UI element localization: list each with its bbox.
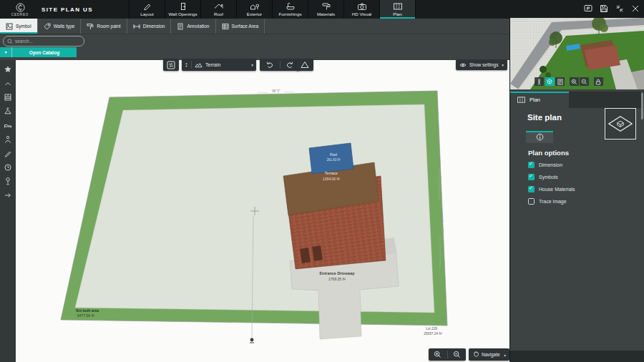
- checkbox-checked[interactable]: [528, 162, 535, 168]
- swap-icon: [167, 61, 175, 69]
- option-house-materials[interactable]: House Materials: [528, 186, 575, 192]
- preview-zoom-in-button[interactable]: [570, 77, 579, 86]
- preview-zoom-out-button[interactable]: [580, 77, 589, 86]
- zoom-in-button[interactable]: [429, 348, 447, 361]
- navigate-button[interactable]: Navigate ▴: [469, 348, 509, 361]
- dresser-icon[interactable]: [4, 93, 12, 102]
- checkbox-checked[interactable]: [528, 186, 535, 192]
- roof-icon: [214, 2, 224, 11]
- terrace-label: Terrace: [325, 171, 338, 175]
- north-indicator-button[interactable]: [296, 59, 313, 71]
- panel-title: Site plan: [527, 113, 562, 122]
- floor-selector[interactable]: ▴▾ Terrain ▾: [182, 59, 256, 71]
- cedreo-logo: CEDREO: [4, 1, 36, 18]
- star-icon[interactable]: [4, 65, 12, 74]
- blueprint-icon: [517, 96, 526, 104]
- tool-tab-surface-area[interactable]: Surface Area: [216, 19, 265, 34]
- tab-wall-openings[interactable]: Wall Openings: [165, 0, 201, 19]
- lock-view-button[interactable]: [594, 77, 603, 86]
- not-built-area-label: 6477.56 ft²: [77, 313, 94, 318]
- floor-selector-value: Terrain: [203, 62, 248, 67]
- plan-style-button[interactable]: [605, 108, 636, 140]
- show-settings-button[interactable]: Show settings ▾: [456, 59, 507, 70]
- symbol-icon: [6, 23, 13, 30]
- plan-canvas[interactable]: 98' 5'' 131' 6'' Pool 261.63 ft² Terrace…: [16, 60, 509, 362]
- door-icon: [178, 2, 188, 11]
- floor-stepper[interactable]: ▴▾: [182, 62, 191, 68]
- isometric-plan-icon: [608, 114, 633, 133]
- pool-area-label: 261.63 ft²: [326, 158, 341, 162]
- chevron-up-icon: ▴: [504, 353, 506, 357]
- terrain-icon: [195, 62, 203, 68]
- comment-icon[interactable]: [584, 4, 592, 13]
- tab-hd-visual[interactable]: HD Visual: [344, 0, 380, 19]
- tool-tab-room-paint[interactable]: Room paint: [81, 19, 127, 34]
- tool-tab-dimension[interactable]: Dimension: [127, 19, 172, 34]
- show-settings-label: Show settings: [469, 62, 499, 67]
- catalog-search: [3, 36, 84, 47]
- triangle-icon: [301, 61, 309, 69]
- shrink-icon[interactable]: [615, 4, 624, 13]
- pencil-tool-icon[interactable]: [4, 149, 12, 157]
- history-controls: [260, 59, 300, 71]
- bathtub-icon: [286, 2, 296, 11]
- close-icon[interactable]: [631, 4, 640, 13]
- tab-exterior[interactable]: Exterior: [237, 0, 273, 19]
- checkbox-checked[interactable]: [528, 174, 535, 180]
- chevron-down-icon: ▾: [502, 63, 504, 67]
- search-input[interactable]: [15, 39, 72, 44]
- dimension-icon: [133, 23, 140, 30]
- zoom-out-button[interactable]: [448, 348, 467, 361]
- panel-bottom-strip: [510, 351, 644, 362]
- panel-tab-plan[interactable]: Plan: [510, 92, 569, 108]
- symbol-sidebar: [0, 60, 16, 362]
- tab-roof[interactable]: Roof: [201, 0, 237, 19]
- tool-tab-symbol[interactable]: Symbol: [0, 19, 38, 34]
- option-dimension[interactable]: Dimension: [528, 162, 562, 168]
- open-catalog-button[interactable]: ▾ Open Catalog: [0, 47, 77, 57]
- tool-tab-annotation[interactable]: Annotation: [171, 19, 215, 34]
- 3d-preview[interactable]: [510, 18, 644, 89]
- right-panel: Plan Site plan Plan options: [509, 18, 644, 362]
- annotation-icon: [177, 23, 184, 30]
- checkbox-unchecked[interactable]: [528, 198, 535, 205]
- info-icon: [536, 133, 544, 141]
- window-controls: [584, 4, 640, 13]
- zoom-out-icon: [453, 351, 461, 358]
- compare-plans-button[interactable]: [163, 59, 179, 71]
- walkthrough-view-button[interactable]: [535, 77, 544, 86]
- eye-icon: [459, 62, 467, 68]
- project-title: SITE PLAN US: [42, 6, 93, 13]
- hanger-icon[interactable]: [4, 107, 12, 116]
- undo-button[interactable]: [260, 59, 280, 71]
- tab-furnishings[interactable]: Furnishings: [273, 0, 308, 19]
- panel-tab-row: Plan: [510, 92, 644, 108]
- option-symbols[interactable]: Symbols: [528, 174, 558, 180]
- panel-scrollbar[interactable]: [641, 92, 643, 119]
- blueprint-icon: [393, 2, 403, 11]
- tab-plan[interactable]: Plan: [380, 0, 416, 19]
- clock-icon[interactable]: [4, 163, 12, 172]
- option-trace-image[interactable]: Trace image: [528, 198, 567, 205]
- person-icon[interactable]: [4, 135, 12, 144]
- chevron-up-icon[interactable]: [4, 79, 12, 88]
- tab-layout[interactable]: Layout: [130, 0, 165, 19]
- tab-materials[interactable]: Materials: [308, 0, 344, 19]
- survey-pin[interactable]: [250, 338, 254, 343]
- tool-tab-walls-type[interactable]: Walls type: [38, 19, 82, 34]
- navigate-label: Navigate: [482, 352, 501, 357]
- hand-icon: [472, 351, 479, 358]
- pool-label: Pool: [330, 152, 337, 157]
- paint-roller-icon: [321, 2, 331, 11]
- terrace-area-label: 1394.00 ft²: [323, 177, 340, 181]
- lamp-post-icon[interactable]: [4, 177, 12, 185]
- orbit-view-button[interactable]: [545, 77, 555, 86]
- bed-icon[interactable]: [4, 121, 12, 129]
- arrow-right-icon[interactable]: [4, 191, 12, 200]
- plan-view-button[interactable]: [555, 77, 565, 86]
- plan-options-title: Plan options: [528, 149, 569, 157]
- app-window: CEDREO SITE PLAN US Layout Wall Openings…: [0, 0, 644, 362]
- driveway-label: Entrance Driveway: [319, 271, 355, 275]
- info-subtab[interactable]: [526, 131, 553, 143]
- save-icon[interactable]: [600, 4, 608, 13]
